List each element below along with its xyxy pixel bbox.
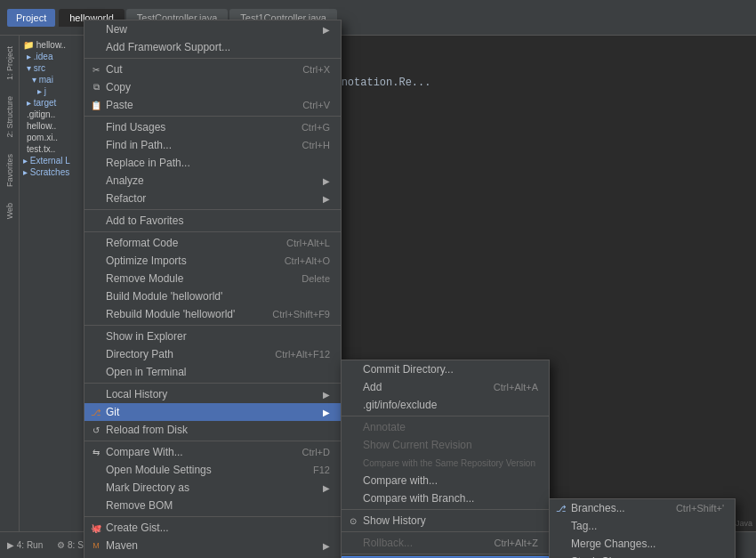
- tree-item-testtxt[interactable]: test.tx..: [21, 143, 88, 155]
- git-menu-show-revision: Show Current Revision: [342, 436, 549, 454]
- reload-icon: ↺: [90, 424, 102, 436]
- tree-item-target[interactable]: ▸ target: [21, 97, 88, 109]
- optimize-imports-label: Optimize Imports: [106, 255, 187, 267]
- menu-item-find-path[interactable]: Find in Path... Ctrl+H: [84, 136, 341, 154]
- compare-with-label: Compare With...: [106, 446, 183, 458]
- paste-shortcut: Ctrl+V: [302, 100, 330, 110]
- menu-item-show-explorer[interactable]: Show in Explorer: [84, 328, 341, 345]
- left-sidebar: 1: Project 2: Structure Favorites Web: [0, 36, 20, 531]
- sidebar-item-web[interactable]: Web: [4, 196, 16, 226]
- analyze-arrow-icon: ▶: [323, 176, 330, 186]
- cut-icon: ✂: [90, 63, 102, 76]
- reformat-label: Reformat Code: [106, 237, 178, 249]
- sidebar-item-structure[interactable]: 2: Structure: [4, 89, 16, 145]
- compare-shortcut: Ctrl+D: [302, 447, 330, 457]
- repo-menu-stash[interactable]: Stash Changes...: [550, 553, 735, 558]
- separator-7: [84, 441, 341, 441]
- replace-path-label: Replace in Path...: [106, 157, 190, 169]
- refactor-arrow-icon: ▶: [323, 194, 330, 204]
- local-history-arrow-icon: ▶: [323, 390, 330, 400]
- repo-menu-branches[interactable]: ⎇ Branches... Ctrl+Shift+': [550, 499, 735, 517]
- menu-item-add-framework[interactable]: Add Framework Support...: [84, 38, 341, 56]
- show-history-icon: ⊙: [347, 514, 359, 527]
- repo-menu-merge[interactable]: Merge Changes...: [550, 535, 735, 553]
- sidebar-item-project[interactable]: 1: Project: [4, 39, 16, 87]
- rebuild-module-label: Rebuild Module 'helloworld': [106, 308, 235, 320]
- rollback-shortcut: Ctrl+Alt+Z: [494, 538, 538, 548]
- menu-item-build-module[interactable]: Build Module 'helloworld': [84, 287, 341, 305]
- branches-icon: ⎇: [555, 502, 567, 514]
- menu-item-reload-disk[interactable]: ↺ Reload from Disk: [84, 421, 341, 439]
- bottom-tab-run[interactable]: ▶ 4: Run: [7, 540, 43, 550]
- tree-item-gitignore[interactable]: .gitign..: [21, 109, 88, 120]
- menu-item-open-terminal[interactable]: Open in Terminal: [84, 363, 341, 381]
- menu-item-mark-directory[interactable]: Mark Directory as ▶: [84, 479, 341, 497]
- paste-label: Paste: [106, 99, 133, 111]
- tag-label: Tag...: [571, 520, 597, 532]
- branches-shortcut: Ctrl+Shift+': [676, 503, 724, 514]
- menu-item-replace-path[interactable]: Replace in Path...: [84, 154, 341, 172]
- sidebar-item-favorites[interactable]: Favorites: [4, 147, 16, 194]
- local-history-label: Local History: [106, 388, 167, 400]
- menu-item-rebuild-module[interactable]: Rebuild Module 'helloworld' Ctrl+Shift+F…: [84, 305, 341, 323]
- menu-item-copy[interactable]: ⧉ Copy: [84, 78, 341, 96]
- copy-label: Copy: [106, 81, 131, 93]
- repo-menu-tag[interactable]: Tag...: [550, 517, 735, 535]
- menu-item-reformat[interactable]: Reformat Code Ctrl+Alt+L: [84, 234, 341, 252]
- menu-item-add-favorites[interactable]: Add to Favorites: [84, 212, 341, 230]
- add-framework-label: Add Framework Support...: [106, 41, 230, 53]
- separator-2: [84, 116, 341, 117]
- menu-item-local-history[interactable]: Local History ▶: [84, 385, 341, 403]
- rollback-label: Rollback...: [363, 537, 413, 549]
- compare-icon: ⇆: [90, 446, 102, 458]
- tree-item-j[interactable]: ▸ j: [21, 85, 88, 97]
- tree-item-idea[interactable]: ▸ .idea: [21, 51, 88, 62]
- git-menu-compare-branch[interactable]: Compare with Branch...: [342, 489, 549, 507]
- reformat-shortcut: Ctrl+Alt+L: [286, 238, 330, 248]
- git-menu-add[interactable]: Add Ctrl+Alt+A: [342, 378, 549, 396]
- open-module-settings-label: Open Module Settings: [106, 464, 212, 476]
- menu-item-remove-bom[interactable]: Remove BOM: [84, 497, 341, 514]
- git-separator-4: [342, 554, 549, 554]
- maven-icon: M: [90, 539, 102, 552]
- tree-item-helloworld[interactable]: 📁 hellow..: [21, 39, 88, 51]
- menu-item-remove-module[interactable]: Remove Module Delete: [84, 270, 341, 287]
- tree-item-main[interactable]: ▾ mai: [21, 74, 88, 85]
- menu-item-analyze[interactable]: Analyze ▶: [84, 172, 341, 190]
- tree-item-hellow[interactable]: hellow..: [21, 120, 88, 132]
- menu-item-new[interactable]: New ▶: [84, 20, 341, 38]
- menu-item-open-module-settings[interactable]: Open Module Settings F12: [84, 461, 341, 479]
- tree-item-scratches[interactable]: ▸ Scratches: [21, 166, 88, 178]
- maven-label: Maven: [106, 539, 138, 552]
- find-usages-shortcut: Ctrl+G: [302, 122, 330, 133]
- annotate-label: Annotate: [363, 421, 406, 433]
- menu-item-git[interactable]: ⎇ Git ▶: [84, 403, 341, 421]
- git-menu-compare-with[interactable]: Compare with...: [342, 472, 549, 489]
- menu-item-maven[interactable]: M Maven ▶: [84, 537, 341, 554]
- separator-1: [84, 58, 341, 59]
- git-menu-commit-dir[interactable]: Commit Directory...: [342, 360, 549, 378]
- git-menu-annotate: Annotate: [342, 418, 549, 436]
- menu-item-paste[interactable]: 📋 Paste Ctrl+V: [84, 96, 341, 114]
- repository-submenu: ⎇ Branches... Ctrl+Shift+' Tag... Merge …: [549, 498, 736, 558]
- git-menu-gitinfo-exclude[interactable]: .git/info/exclude: [342, 396, 549, 414]
- menu-item-create-gist[interactable]: 🐙 Create Gist...: [84, 519, 341, 537]
- menu-item-compare-with[interactable]: ⇆ Compare With... Ctrl+D: [84, 443, 341, 461]
- menu-item-optimize-imports[interactable]: Optimize Imports Ctrl+Alt+O: [84, 252, 341, 270]
- git-menu-show-history[interactable]: ⊙ Show History: [342, 512, 549, 530]
- find-usages-label: Find Usages: [106, 121, 165, 133]
- menu-item-cut[interactable]: ✂ Cut Ctrl+X: [84, 61, 341, 78]
- menu-item-dir-path[interactable]: Directory Path Ctrl+Alt+F12: [84, 345, 341, 363]
- tree-item-pomxml[interactable]: pom.xi..: [21, 132, 88, 143]
- open-module-shortcut: F12: [313, 465, 330, 475]
- menu-item-diagrams[interactable]: Diagrams ▶: [84, 554, 341, 558]
- refactor-label: Refactor: [106, 192, 146, 205]
- separator-5: [84, 325, 341, 326]
- tree-item-src[interactable]: ▾ src: [21, 62, 88, 74]
- find-path-label: Find in Path...: [106, 139, 172, 151]
- menu-item-find-usages[interactable]: Find Usages Ctrl+G: [84, 118, 341, 136]
- tree-item-external[interactable]: ▸ External L: [21, 155, 88, 166]
- merge-label: Merge Changes...: [571, 538, 655, 550]
- menu-item-refactor[interactable]: Refactor ▶: [84, 190, 341, 207]
- cut-label: Cut: [106, 63, 123, 76]
